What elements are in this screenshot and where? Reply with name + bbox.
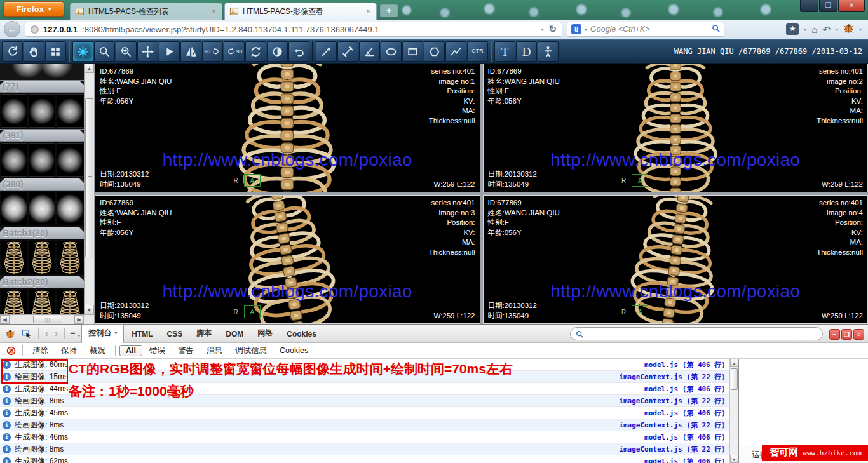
bone-thumbnail[interactable]: [57, 241, 83, 274]
freehand-polyline-button[interactable]: [445, 41, 466, 62]
viewport-panel-3[interactable]: ID:677869 姓名:WANG JIAN QIU 性别:F 年龄:056Y …: [95, 195, 480, 324]
history-back-icon[interactable]: ‹: [43, 328, 51, 342]
firebug-dropdown-icon[interactable]: ▾: [859, 27, 862, 32]
search-input[interactable]: [590, 25, 709, 34]
inspect-element-icon[interactable]: [19, 325, 34, 342]
firebug-search-input[interactable]: [587, 330, 817, 339]
url-bar[interactable]: 127.0.0.1 :8080/html5pacs/viewer.jsp?stu…: [25, 22, 562, 37]
scrollbar-thumb[interactable]: [85, 98, 93, 257]
search-bar[interactable]: 8 ▾: [567, 22, 724, 37]
filter-warnings[interactable]: 警告: [172, 344, 200, 358]
viewport-panel-2[interactable]: ID:677869 姓名:WANG JIAN QIU 性别:F 年龄:056Y …: [483, 64, 868, 192]
firebug-tab-cookies[interactable]: Cookies: [280, 326, 323, 342]
firebug-tab-net[interactable]: 网络: [251, 325, 279, 342]
log-source-link[interactable]: model.js (第 406 行): [644, 360, 726, 370]
zoom-button[interactable]: [94, 41, 115, 62]
firebug-detach-button[interactable]: ❐: [841, 329, 852, 340]
console-log-row[interactable]: i生成图像: 60msmodel.js (第 406 行): [0, 359, 729, 371]
sidebar-vertical-scrollbar[interactable]: ▲ ▼: [84, 64, 94, 314]
layout-grid-button[interactable]: [45, 41, 66, 62]
console-log-row[interactable]: i生成图像: 62msmodel.js (第 406 行): [0, 455, 729, 463]
bone-thumbnail[interactable]: [1, 290, 27, 314]
console-log-row[interactable]: i绘画图像: 8msimageContext.js (第 22 行): [0, 395, 729, 407]
reload-icon[interactable]: ↻: [548, 23, 557, 35]
scroll-up-icon[interactable]: ▲: [730, 359, 738, 367]
filter-cookies[interactable]: Cookies: [274, 345, 314, 356]
firebug-tab-dom[interactable]: DOM: [219, 326, 250, 342]
filter-errors[interactable]: 错误: [144, 344, 171, 358]
console-log-list[interactable]: i生成图像: 60msmodel.js (第 406 行) i绘画图像: 15m…: [0, 359, 729, 463]
text-annotation-button[interactable]: T: [494, 41, 515, 62]
ct-thumbnail[interactable]: [29, 192, 55, 225]
firebug-toolbar-icon[interactable]: [843, 23, 854, 36]
probe-eyedropper-button[interactable]: [316, 41, 337, 62]
ct-thumbnail[interactable]: [1, 94, 27, 128]
invert-contrast-button[interactable]: [267, 41, 288, 62]
scroll-right-icon[interactable]: ▶: [74, 315, 84, 324]
panel-menu-icon[interactable]: ≡: [69, 328, 76, 342]
console-log-row[interactable]: i绘画图像: 15msimageContext.js (第 22 行): [0, 371, 729, 383]
firebug-minimize-button[interactable]: −: [829, 329, 840, 340]
firebug-tab-html[interactable]: HTML: [125, 326, 159, 342]
ct-thumbnail[interactable]: [1, 192, 27, 225]
scroll-down-icon[interactable]: ▼: [85, 305, 94, 314]
restore-button[interactable]: ❐: [819, 0, 837, 12]
ct-thumbnail[interactable]: [57, 192, 83, 225]
home-icon[interactable]: ⌂: [811, 25, 817, 34]
bone-thumbnail[interactable]: [29, 290, 55, 314]
scroll-up-icon[interactable]: ▲: [85, 64, 94, 73]
tab-close-icon[interactable]: ×: [210, 7, 217, 16]
filter-profile[interactable]: 概况: [84, 344, 111, 358]
zoom-in-button[interactable]: [116, 41, 137, 62]
ct-thumbnail[interactable]: [1, 143, 27, 177]
filter-clear[interactable]: 清除: [27, 344, 54, 358]
move-button[interactable]: [137, 41, 158, 62]
viewport-panel-4[interactable]: ID:677869 姓名:WANG JIAN QIU 性别:F 年龄:056Y …: [483, 195, 868, 324]
scrollbar-thumb[interactable]: |||: [33, 316, 62, 323]
series-label[interactable]: Batch1(20): [0, 227, 84, 239]
bone-thumbnail[interactable]: [57, 290, 83, 314]
tab-close-icon[interactable]: ×: [365, 7, 372, 16]
series-label[interactable]: (380): [0, 178, 84, 191]
refresh-button[interactable]: [2, 41, 23, 62]
close-button[interactable]: ×: [838, 0, 865, 12]
search-engine-dropdown-icon[interactable]: ▾: [585, 27, 587, 32]
ctr-measure-button[interactable]: CTR: [467, 41, 488, 62]
ct-thumbnail[interactable]: [57, 94, 83, 128]
console-log-row[interactable]: i生成图像: 44msmodel.js (第 406 行): [0, 383, 729, 395]
panel-menu-dropdown-icon[interactable]: ▾: [78, 333, 80, 342]
series-label[interactable]: Batch2(20): [0, 276, 84, 288]
ct-thumbnail[interactable]: [29, 143, 55, 177]
firebug-search-box[interactable]: [570, 327, 823, 340]
ct-thumbnail[interactable]: [57, 143, 83, 177]
log-source-link[interactable]: imageContext.js (第 22 行): [619, 396, 726, 406]
series-label[interactable]: (381): [0, 129, 84, 142]
flip-button[interactable]: [180, 41, 201, 62]
console-scrollbar[interactable]: ▲ ▼: [729, 359, 738, 463]
undo-history-icon[interactable]: ↶: [822, 25, 831, 34]
window-level-button[interactable]: [72, 41, 93, 62]
patient-orientation-button[interactable]: [538, 41, 559, 62]
rect-roi-button[interactable]: [402, 41, 423, 62]
bone-thumbnail[interactable]: [29, 241, 55, 274]
firebug-menu-icon[interactable]: [3, 325, 18, 342]
firebug-tab-script[interactable]: 脚本: [190, 325, 218, 342]
minimize-button[interactable]: —: [800, 0, 818, 12]
bone-thumbnail[interactable]: [1, 241, 27, 274]
console-log-row[interactable]: i生成图像: 45msmodel.js (第 406 行): [0, 407, 729, 419]
scroll-left-icon[interactable]: ◀: [0, 315, 10, 324]
log-source-link[interactable]: imageContext.js (第 22 行): [619, 445, 726, 454]
polygon-roi-button[interactable]: [424, 41, 445, 62]
filter-persist[interactable]: 保持: [55, 344, 83, 358]
new-tab-button[interactable]: +: [380, 4, 398, 17]
break-on-errors-icon[interactable]: [4, 343, 18, 358]
bookmarks-dropdown-icon[interactable]: ▾: [804, 27, 806, 32]
log-source-link[interactable]: model.js (第 406 行): [644, 457, 726, 463]
rotate-cycle-button[interactable]: [245, 41, 266, 62]
url-dropdown-icon[interactable]: ▾: [541, 27, 543, 32]
filter-debug-info[interactable]: 调试信息: [229, 344, 273, 358]
console-log-row[interactable]: i生成图像: 46msmodel.js (第 406 行): [0, 431, 729, 443]
dicom-overlay-button[interactable]: D: [516, 41, 537, 62]
pan-hand-button[interactable]: [24, 41, 44, 62]
log-source-link[interactable]: imageContext.js (第 22 行): [619, 372, 726, 382]
